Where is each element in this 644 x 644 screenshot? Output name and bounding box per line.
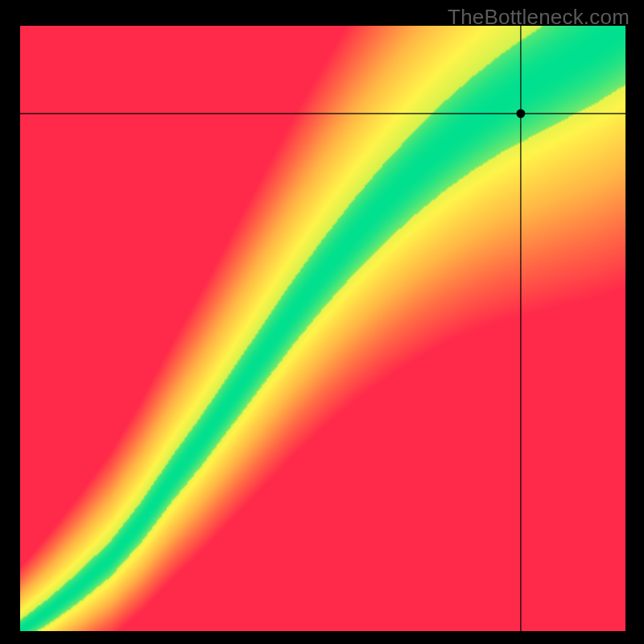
bottleneck-heatmap [20,26,625,631]
heatmap-canvas [20,26,625,631]
